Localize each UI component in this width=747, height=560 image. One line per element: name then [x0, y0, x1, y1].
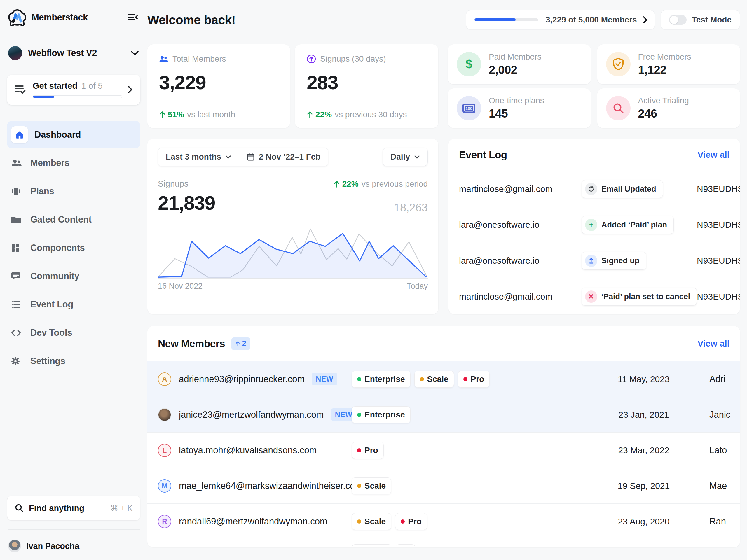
event-log-row[interactable]: lara@onesoftware.io Signed up N93EUDHS: [448, 243, 740, 278]
refresh-icon: [585, 183, 597, 195]
event-label: Signed up: [601, 257, 640, 265]
chart-x-end: Today: [407, 282, 428, 291]
get-started-title: Get started: [33, 81, 77, 91]
chart-total: 21,839: [158, 192, 215, 214]
new-members-view-all[interactable]: View all: [697, 339, 729, 349]
event-log-view-all[interactable]: View all: [697, 150, 729, 160]
members-quota-button[interactable]: 3,229 of 5,000 Members: [466, 10, 655, 29]
table-row[interactable]: R randall69@mertzwolfandwyman.com Scale …: [147, 503, 740, 539]
member-email: mae_lemke64@markswizaandwintheiser.com: [179, 481, 362, 491]
sidebar-item-dashboard[interactable]: Dashboard: [7, 121, 140, 149]
event-member-id: N93EUDHS: [697, 220, 740, 230]
new-members-title: New Members: [158, 338, 225, 349]
event-log-row[interactable]: martinclose@gmail.com ✕ ‘Paid’ plan set …: [448, 278, 740, 314]
stat-label: One-time plans: [489, 96, 544, 105]
avatar: R: [158, 515, 171, 528]
sidebar-item-event-log[interactable]: Event Log: [7, 291, 140, 318]
sidebar-bottom: Find anything ⌘ + K Ivan Pacocha: [7, 496, 140, 560]
close-icon: ✕: [585, 291, 597, 303]
sidebar-item-dev-tools[interactable]: Dev Tools: [7, 319, 140, 347]
people-icon: [11, 159, 30, 167]
test-mode-label: Test Mode: [692, 15, 731, 25]
member-email: randall69@mertzwolfandwyman.com: [179, 516, 327, 527]
sidebar-item-label: Gated Content: [30, 214, 92, 225]
member-name: Janic: [692, 409, 740, 420]
user-menu[interactable]: Ivan Pacocha: [7, 540, 140, 553]
sidebar-collapse-icon[interactable]: [126, 10, 140, 25]
get-started-count: 1 of 5: [81, 81, 103, 91]
chat-icon: [11, 272, 30, 281]
chart-delta-value: 22%: [342, 179, 359, 189]
sidebar-item-members[interactable]: Members: [7, 149, 140, 177]
sidebar-item-label: Components: [30, 243, 85, 253]
new-members-count-badge: 2: [231, 338, 250, 350]
chevron-right-icon: [643, 16, 647, 24]
dollar-icon: $: [457, 52, 481, 76]
event-member-id: N93EUDHS: [697, 184, 740, 194]
list-icon: [11, 300, 30, 309]
table-row[interactable]: A adrienne93@rippinruecker.com NEW Enter…: [147, 361, 740, 397]
plan-badge: Pro: [395, 513, 427, 530]
chevron-down-icon: [130, 50, 139, 56]
magnifier-icon: [606, 96, 630, 121]
table-row[interactable]: M mae_lemke64@markswizaandwintheiser.com…: [147, 468, 740, 503]
event-label: Email Updated: [601, 185, 656, 194]
search-label: Find anything: [29, 503, 84, 513]
member-email: latoya.mohr@kuvalisandsons.com: [179, 445, 317, 456]
stat-label: Signups (30 days): [320, 54, 386, 63]
granularity-select[interactable]: Daily: [383, 148, 428, 166]
table-row[interactable]: janice23@mertzwolfandwyman.com NEW Enter…: [147, 397, 740, 432]
plan-badges: Scale Pro: [352, 513, 596, 530]
event-label: Added ‘Paid’ plan: [601, 220, 667, 230]
plan-badge: [396, 544, 415, 546]
get-started-progress-fill: [33, 96, 54, 98]
sidebar-item-plans[interactable]: Plans: [7, 177, 140, 205]
plan-dot: [357, 519, 361, 524]
checklist-icon: [15, 84, 26, 95]
grid-icon: [11, 243, 30, 252]
chart-series-label: Signups: [158, 179, 188, 189]
range-select[interactable]: Last 3 months: [158, 148, 239, 166]
plan-badges: Enterprise Scale Pro: [352, 371, 596, 388]
sidebar-item-settings[interactable]: Settings: [7, 347, 140, 375]
arrow-up-icon: [334, 180, 340, 188]
event-badge: Signed up: [582, 252, 646, 270]
stat-label: Free Members: [638, 52, 691, 61]
sidebar-item-community[interactable]: Community: [7, 262, 140, 290]
plan-badge: Pro: [352, 442, 384, 459]
stats-left: Total Members 3,229 51% vs last month Si…: [147, 44, 438, 128]
event-badge: ✕ ‘Paid’ plan set to cancel: [582, 288, 697, 306]
test-mode-toggle[interactable]: [669, 15, 687, 25]
event-log-row[interactable]: martinclose@gmail.com Email Updated N93E…: [448, 171, 740, 207]
sidebar-item-label: Community: [30, 271, 79, 282]
gear-icon: [11, 357, 30, 366]
event-label: ‘Paid’ plan set to cancel: [601, 292, 690, 301]
table-row[interactable]: L latoya.mohr@kuvalisandsons.com Pro 23 …: [147, 432, 740, 468]
event-log-row[interactable]: lara@onesoftware.io + Added ‘Paid’ plan …: [448, 207, 740, 243]
workspace-selector[interactable]: Webflow Test V2: [7, 46, 140, 60]
signups-chart-svg: [158, 218, 428, 280]
plan-dot: [357, 413, 361, 417]
plan-badge: [352, 544, 392, 546]
member-name: Mae: [692, 481, 740, 491]
search-input[interactable]: Find anything ⌘ + K: [7, 496, 140, 521]
sidebar-item-label: Plans: [30, 186, 54, 196]
sidebar-item-components[interactable]: Components: [7, 234, 140, 262]
arrow-up-icon: [235, 341, 240, 347]
chart-previous-total: 18,263: [394, 202, 428, 214]
sidebar-nav: Dashboard Members Plans Gated Content: [7, 121, 140, 375]
date-range-button[interactable]: 2 Nov ‘22–1 Feb: [239, 148, 328, 166]
chevron-down-icon: [414, 155, 420, 159]
sidebar-item-gated-content[interactable]: Gated Content: [7, 206, 140, 233]
stat-caption: vs last month: [187, 110, 235, 119]
stats-row: Total Members 3,229 51% vs last month Si…: [147, 44, 740, 128]
event-email: martinclose@gmail.com: [459, 184, 582, 194]
get-started-card[interactable]: Get started 1 of 5: [7, 75, 140, 105]
banknote-icon: 100: [457, 96, 481, 121]
mini-stats-grid: $ Paid Members2,002 Free Members1,122 10…: [448, 44, 740, 128]
event-email: lara@onesoftware.io: [459, 220, 582, 230]
main-content: Welcome back! 3,229 of 5,000 Members Tes…: [147, 0, 747, 560]
stat-value: 283: [307, 71, 427, 94]
stat-label: Active Trialing: [638, 96, 689, 105]
stat-label: Paid Members: [489, 52, 542, 61]
